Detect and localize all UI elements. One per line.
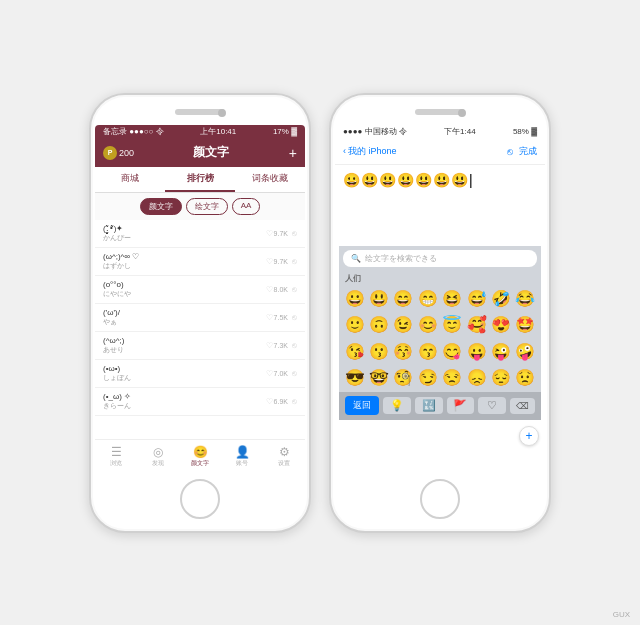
emoji-row2-7[interactable]: 🤩	[514, 314, 537, 336]
kaomoji-actions: ♡ 6.9K ⎋	[266, 397, 297, 406]
right-camera-dot	[458, 109, 466, 117]
emoji-row2-1[interactable]: 🙃	[367, 314, 390, 336]
kaomoji-face: (o°°o) にやにや	[103, 280, 266, 299]
toolbar-btn-1[interactable]: 💡	[383, 397, 411, 414]
tab-ranking[interactable]: 排行榜	[165, 167, 235, 192]
watermark: GUX	[613, 610, 630, 619]
kaomoji-item-0[interactable]: (.̮̮̃•̃)✦ かんぴー ♡ 9.7K ⎋	[95, 220, 305, 248]
toolbar-btn-3[interactable]: 🚩	[447, 397, 475, 414]
emoji-row1-4[interactable]: 😆	[441, 288, 464, 310]
toolbar-delete-button[interactable]: ⌫	[510, 398, 535, 414]
heart-icon: ♡	[266, 369, 273, 378]
nav-item-浏览[interactable]: ☰ 浏览	[95, 446, 137, 468]
subtab-emoji[interactable]: 绘文字	[186, 198, 228, 215]
like-count[interactable]: ♡ 7.0K	[266, 369, 288, 378]
like-count[interactable]: ♡ 8.0K	[266, 285, 288, 294]
kaomoji-item-5[interactable]: (•ω•) しょぼん ♡ 7.0K ⎋	[95, 360, 305, 388]
emoji-row2-0[interactable]: 🙂	[343, 314, 366, 336]
like-count[interactable]: ♡ 9.7K	[266, 229, 288, 238]
emoji-row3-5[interactable]: 😛	[465, 341, 488, 363]
share-icon[interactable]: ⎋	[292, 257, 297, 266]
kaomoji-item-2[interactable]: (o°°o) にやにや ♡ 8.0K ⎋	[95, 276, 305, 304]
emoji-row1-5[interactable]: 😅	[465, 288, 488, 310]
emoji-grid-row3: 😘😗😚😙😋😛😜🤪	[339, 339, 541, 365]
emoji-row4-4[interactable]: 😒	[441, 367, 464, 389]
emoji-row3-1[interactable]: 😗	[367, 341, 390, 363]
nav-label-4: 设置	[278, 459, 290, 468]
nav-item-颜文字[interactable]: 😊 颜文字	[179, 446, 221, 468]
share-icon[interactable]: ⎋	[292, 285, 297, 294]
kaomoji-face: (ω^;)^∞ ♡ はずかし	[103, 252, 266, 271]
emoji-row4-7[interactable]: 😟	[514, 367, 537, 389]
emoji-row4-0[interactable]: 😎	[343, 367, 366, 389]
kaomoji-face: ('ω')/ やぁ	[103, 308, 266, 327]
nav-item-设置[interactable]: ⚙ 设置	[263, 446, 305, 468]
kaomoji-item-1[interactable]: (ω^;)^∞ ♡ はずかし ♡ 9.7K ⎋	[95, 248, 305, 276]
bottom-nav: ☰ 浏览 ◎ 发现 😊 颜文字 👤 账号 ⚙ 设置	[95, 439, 305, 475]
add-button[interactable]: +	[289, 145, 297, 161]
kaomoji-item-3[interactable]: ('ω')/ やぁ ♡ 7.5K ⎋	[95, 304, 305, 332]
share-icon[interactable]: ⎋	[292, 313, 297, 322]
emoji-row1-0[interactable]: 😀	[343, 288, 366, 310]
share-icon[interactable]: ⎋	[292, 229, 297, 238]
nav-label-1: 发现	[152, 459, 164, 468]
kaomoji-item-4[interactable]: (^ω^;) あせり ♡ 7.3K ⎋	[95, 332, 305, 360]
emoji-row4-6[interactable]: 😔	[489, 367, 512, 389]
sub-tabs: 颜文字 绘文字 AA	[95, 193, 305, 220]
left-screen: 备忘录 ●●●○○ 令 上午10:41 17% ▓ P 200 颜文字 + 商城…	[95, 125, 305, 476]
like-number: 6.9K	[274, 398, 288, 405]
emoji-row2-2[interactable]: 😉	[392, 314, 415, 336]
emoji-row2-5[interactable]: 🥰	[465, 314, 488, 336]
emoji-toolbar: 返回💡🔣🚩♡⌫	[339, 392, 541, 420]
emoji-row1-2[interactable]: 😄	[392, 288, 415, 310]
emoji-row3-2[interactable]: 😚	[392, 341, 415, 363]
emoji-row4-5[interactable]: 😞	[465, 367, 488, 389]
right-status-left: ●●●● 中国移动 令	[343, 126, 407, 137]
emoji-row1-1[interactable]: 😃	[367, 288, 390, 310]
kaomoji-actions: ♡ 9.7K ⎋	[266, 257, 297, 266]
share-icon[interactable]: ⎋	[292, 397, 297, 406]
subtab-aa[interactable]: AA	[232, 198, 261, 215]
emoji-row3-3[interactable]: 😙	[416, 341, 439, 363]
emoji-row3-6[interactable]: 😜	[489, 341, 512, 363]
toolbar-btn-2[interactable]: 🔣	[415, 397, 443, 414]
emoji-row3-7[interactable]: 🤪	[514, 341, 537, 363]
emoji-row1-3[interactable]: 😁	[416, 288, 439, 310]
like-count[interactable]: ♡ 9.7K	[266, 257, 288, 266]
nav-item-发现[interactable]: ◎ 发现	[137, 446, 179, 468]
emoji-search-bar[interactable]: 🔍 绘文字を検索できる	[343, 250, 537, 267]
emoji-row2-3[interactable]: 😊	[416, 314, 439, 336]
right-status-bar: ●●●● 中国移动 令 下午1:44 58% ▓	[335, 125, 545, 139]
like-count[interactable]: ♡ 6.9K	[266, 397, 288, 406]
share-icon[interactable]: ⎋	[292, 341, 297, 350]
emoji-row2-6[interactable]: 😍	[489, 314, 512, 336]
nav-icon-3: 👤	[235, 446, 250, 458]
done-button[interactable]: 完成	[519, 145, 537, 158]
kaomoji-item-6[interactable]: (•_ω) ✧ きらーん ♡ 6.9K ⎋	[95, 388, 305, 416]
emoji-row4-1[interactable]: 🤓	[367, 367, 390, 389]
tab-collection[interactable]: 词条收藏	[235, 167, 305, 192]
kaomoji-face: (•ω•) しょぼん	[103, 364, 266, 383]
like-number: 9.7K	[274, 230, 288, 237]
emoji-row3-0[interactable]: 😘	[343, 341, 366, 363]
like-count[interactable]: ♡ 7.3K	[266, 341, 288, 350]
emoji-row3-4[interactable]: 😋	[441, 341, 464, 363]
toolbar-btn-4[interactable]: ♡	[478, 397, 506, 414]
camera-dot	[218, 109, 226, 117]
subtab-kaomoji[interactable]: 颜文字	[140, 198, 182, 215]
emoji-row4-2[interactable]: 🧐	[392, 367, 415, 389]
share-icon[interactable]: ⎋	[292, 369, 297, 378]
notes-content[interactable]: 😀😃😃😃😃😃😃|	[335, 165, 545, 225]
tab-shop[interactable]: 商城	[95, 167, 165, 192]
back-button[interactable]: ‹ 我的 iPhone	[343, 145, 397, 158]
emoji-row4-3[interactable]: 😏	[416, 367, 439, 389]
kaomoji-face: (^ω^;) あせり	[103, 336, 266, 355]
toolbar-back-button[interactable]: 返回	[345, 396, 379, 415]
emoji-row2-4[interactable]: 😇	[441, 314, 464, 336]
nav-item-账号[interactable]: 👤 账号	[221, 446, 263, 468]
notes-plus-button[interactable]: +	[519, 426, 539, 446]
emoji-row1-7[interactable]: 😂	[514, 288, 537, 310]
emoji-row1-6[interactable]: 🤣	[489, 288, 512, 310]
share-box-icon[interactable]: ⎋	[507, 146, 513, 157]
like-count[interactable]: ♡ 7.5K	[266, 313, 288, 322]
